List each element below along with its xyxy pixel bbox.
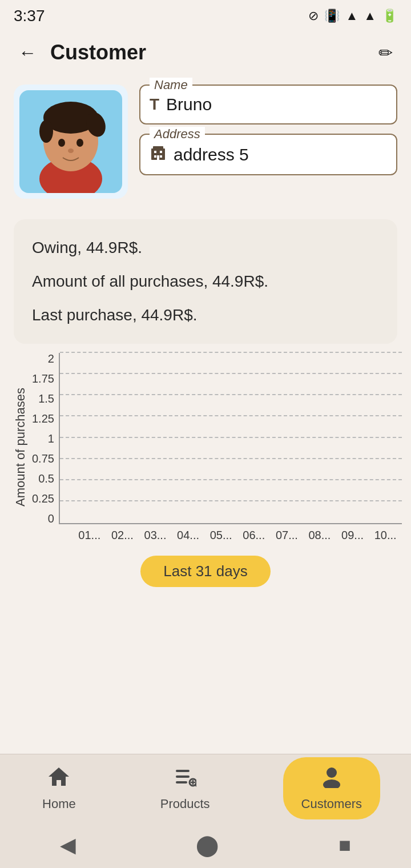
building-icon <box>150 144 167 165</box>
name-content: T Bruno <box>150 95 387 114</box>
chart-section: Amount of purchases 2 1.75 1.5 1.25 1 0.… <box>9 353 402 542</box>
y-tick-125: 1.25 <box>32 413 54 424</box>
avatar <box>14 85 128 199</box>
x-label-04: 04... <box>177 529 199 542</box>
battery-icon: 🔋 <box>382 9 397 23</box>
nav-item-products[interactable]: Products <box>149 760 221 817</box>
x-label-09: 09... <box>341 529 364 542</box>
home-label: Home <box>42 797 76 811</box>
y-tick-05: 0.5 <box>32 473 54 484</box>
x-label-05: 05... <box>210 529 232 542</box>
chart-body: 2 1.75 1.5 1.25 1 0.75 0.5 0.25 0 <box>32 353 402 542</box>
x-label-02: 02... <box>111 529 134 542</box>
svg-rect-16 <box>157 155 159 160</box>
amount-all-text: Amount of all purchases, 44.9R$. <box>32 270 379 292</box>
y-tick-075: 0.75 <box>32 453 54 464</box>
sys-back-button[interactable]: ◀ <box>60 833 76 857</box>
last-purchase-text: Last purchase, 44.9R$. <box>32 304 379 326</box>
svg-line-22 <box>195 785 196 787</box>
bottom-nav: Home Products Customers <box>0 754 411 822</box>
svg-rect-15 <box>160 155 162 158</box>
svg-rect-14 <box>154 155 156 158</box>
status-bar: 3:37 ⊘ 📳 ▲ ▲ 🔋 <box>0 0 411 32</box>
nav-item-home[interactable]: Home <box>31 760 87 817</box>
system-nav: ◀ ⬤ ■ <box>0 822 411 868</box>
address-value: address 5 <box>174 145 249 164</box>
products-icon <box>174 765 196 793</box>
svg-rect-12 <box>154 151 156 153</box>
y-tick-2: 2 <box>32 353 54 364</box>
products-label: Products <box>160 797 210 811</box>
x-label-06: 06... <box>243 529 265 542</box>
grid-line-5 <box>60 415 402 416</box>
home-icon <box>47 765 70 793</box>
chart-plot: 2 1.75 1.5 1.25 1 0.75 0.5 0.25 0 <box>32 353 402 524</box>
back-button[interactable]: ← <box>14 38 41 68</box>
signal-icon: ▲ <box>364 9 376 23</box>
name-field[interactable]: Name T Bruno <box>139 85 397 124</box>
y-axis-label-container: Amount of purchases <box>9 353 32 542</box>
x-label-03: 03... <box>144 529 167 542</box>
grid-line-2 <box>60 479 402 480</box>
date-range-badge[interactable]: Last 31 days <box>140 556 270 587</box>
address-label: Address <box>150 127 205 142</box>
avatar-image <box>19 90 122 193</box>
status-time: 3:37 <box>14 7 45 25</box>
grid-line-7 <box>60 373 402 374</box>
x-label-10: 10... <box>374 529 397 542</box>
vibrate-icon: 📳 <box>324 9 340 23</box>
name-icon: T <box>150 95 159 114</box>
y-axis-label: Amount of purchases <box>13 388 28 507</box>
x-label-08: 08... <box>308 529 331 542</box>
y-tick-15: 1.5 <box>32 393 54 404</box>
profile-section: Name T Bruno Address <box>0 73 411 210</box>
svg-marker-17 <box>49 767 69 786</box>
svg-rect-19 <box>176 775 190 778</box>
svg-rect-11 <box>153 146 163 150</box>
svg-point-5 <box>39 120 53 143</box>
svg-point-25 <box>327 767 337 778</box>
sys-recent-button[interactable]: ■ <box>339 833 351 857</box>
x-labels-row: 01... 02... 03... 04... 05... 06... 07..… <box>73 524 402 542</box>
edit-button[interactable]: ✏ <box>374 38 397 67</box>
svg-point-26 <box>323 779 340 788</box>
info-card: Owing, 44.9R$. Amount of all purchases, … <box>14 219 397 344</box>
grid-line-6 <box>60 394 402 395</box>
name-value: Bruno <box>166 95 212 114</box>
x-label-07: 07... <box>276 529 298 542</box>
svg-point-8 <box>76 139 83 147</box>
top-bar: ← Customer ✏ <box>0 32 411 73</box>
grid-line-4 <box>60 437 402 438</box>
svg-point-9 <box>68 148 74 153</box>
nav-item-customers[interactable]: Customers <box>283 757 380 819</box>
grid-line-3 <box>60 458 402 459</box>
customers-icon <box>320 765 343 793</box>
svg-rect-18 <box>176 770 190 772</box>
sys-home-button[interactable]: ⬤ <box>196 833 219 857</box>
address-field[interactable]: Address address 5 <box>139 134 397 175</box>
svg-rect-13 <box>160 151 162 153</box>
y-tick-025: 0.25 <box>32 493 54 504</box>
grid-line-8 <box>60 352 402 353</box>
wifi-icon: ▲ <box>345 9 358 23</box>
y-tick-0: 0 <box>32 513 54 524</box>
y-tick-175: 1.75 <box>32 373 54 384</box>
y-tick-1: 1 <box>32 433 54 444</box>
svg-rect-20 <box>176 781 187 783</box>
status-icons: ⊘ 📳 ▲ ▲ 🔋 <box>308 9 397 23</box>
x-label-01: 01... <box>78 529 100 542</box>
customers-label: Customers <box>301 797 362 811</box>
name-label: Name <box>150 78 192 93</box>
grid-line-1 <box>60 500 402 501</box>
chart-plot-area <box>59 353 402 524</box>
profile-fields: Name T Bruno Address <box>139 85 397 175</box>
dnd-icon: ⊘ <box>308 9 319 23</box>
chart-badge: Last 31 days <box>0 556 411 587</box>
page-title: Customer <box>50 41 374 65</box>
y-ticks: 2 1.75 1.5 1.25 1 0.75 0.5 0.25 0 <box>32 353 59 524</box>
owing-text: Owing, 44.9R$. <box>32 236 379 259</box>
svg-point-7 <box>58 139 65 147</box>
address-content: address 5 <box>150 144 387 165</box>
